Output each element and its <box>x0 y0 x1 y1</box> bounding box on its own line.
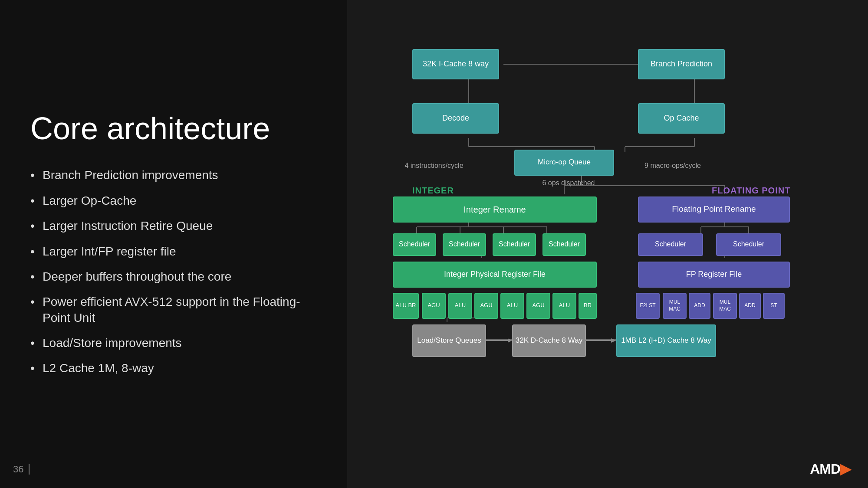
icache-box: 32K I-Cache 8 way <box>412 49 499 79</box>
int-scheduler-1: Scheduler <box>393 233 436 256</box>
left-panel: Core architecture Branch Prediction impr… <box>0 0 347 488</box>
l2cache-box: 1MB L2 (I+D) Cache 8 Way <box>616 324 716 357</box>
alu1-box: ALU <box>448 293 472 319</box>
bullet-2: Larger Op-Cache <box>30 193 317 209</box>
alu3-box: ALU <box>552 293 576 319</box>
svg-marker-40 <box>508 338 512 343</box>
int-scheduler-2: Scheduler <box>443 233 486 256</box>
st-box: ST <box>763 293 785 319</box>
architecture-diagram: 32K I-Cache 8 way Branch Prediction Deco… <box>369 36 846 461</box>
amd-logo: AMD▶ <box>810 461 851 477</box>
load-store-box: Load/Store Queues <box>412 324 486 357</box>
right-panel: 32K I-Cache 8 way Branch Prediction Deco… <box>347 0 868 488</box>
int-scheduler-4: Scheduler <box>542 233 586 256</box>
alu2-box: ALU <box>500 293 524 319</box>
int-scheduler-3: Scheduler <box>493 233 536 256</box>
bullet-3: Larger Instruction Retire Queue <box>30 218 317 234</box>
f2i-st-box: F2I ST <box>636 293 660 319</box>
mul-mac2-box: MUL MAC <box>713 293 737 319</box>
bullet-list: Branch Prediction improvements Larger Op… <box>30 167 317 377</box>
add2-box: ADD <box>739 293 761 319</box>
decode-box: Decode <box>412 103 499 134</box>
fp-scheduler-2: Scheduler <box>716 233 781 256</box>
agu3-box: AGU <box>526 293 550 319</box>
microop-queue-box: Micro-op Queue <box>514 150 614 176</box>
instructions-per-cycle-label: 4 instructions/cycle <box>391 162 477 170</box>
alu-br-box: ALU BR <box>393 293 419 319</box>
svg-marker-42 <box>611 338 616 343</box>
integer-rename-box: Integer Rename <box>393 197 597 223</box>
bullet-4: Larger Int/FP register file <box>30 244 317 259</box>
amd-arrow-icon: ▶ <box>840 461 851 477</box>
bullet-7: Load/Store improvements <box>30 335 317 351</box>
bullet-6: Power efficient AVX-512 support in the F… <box>30 294 317 326</box>
fp-rf-box: FP Register File <box>638 262 790 288</box>
add1-box: ADD <box>689 293 710 319</box>
slide-divider <box>29 464 30 475</box>
fp-rename-box: Floating Point Rename <box>638 197 790 223</box>
bullet-5: Deeper buffers throughout the core <box>30 269 317 285</box>
ops-dispatched-label: 6 ops dispatched <box>525 179 612 187</box>
dcache-box: 32K D-Cache 8 Way <box>512 324 586 357</box>
mul-mac1-box: MUL MAC <box>663 293 687 319</box>
br-box: BR <box>579 293 597 319</box>
fp-section-label: FLOATING POINT <box>712 186 790 196</box>
agu2-box: AGU <box>474 293 498 319</box>
branch-pred-box: Branch Prediction <box>638 49 725 79</box>
bullet-8: L2 Cache 1M, 8-way <box>30 360 317 376</box>
int-prf-box: Integer Physical Register File <box>393 262 597 288</box>
l2-arrow <box>585 324 620 357</box>
slide-number: 36 <box>13 464 30 475</box>
fp-scheduler-1: Scheduler <box>638 233 703 256</box>
agu1-box: AGU <box>422 293 446 319</box>
opcache-box: Op Cache <box>638 103 725 134</box>
macro-ops-label: 9 macro-ops/cycle <box>629 162 716 170</box>
bullet-1: Branch Prediction improvements <box>30 167 317 183</box>
slide-title: Core architecture <box>30 111 317 146</box>
integer-section-label: INTEGER <box>412 186 454 196</box>
dcache-arrow <box>486 324 514 357</box>
